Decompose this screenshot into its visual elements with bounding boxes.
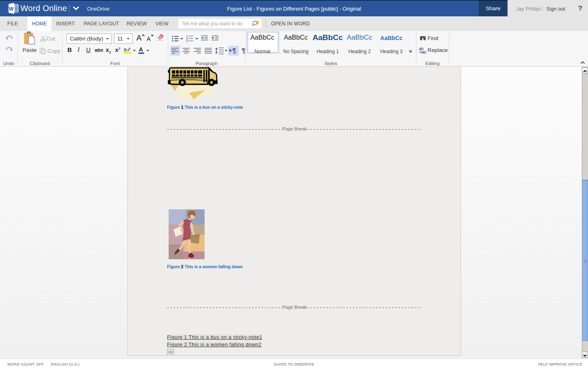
svg-text:¶: ¶ [232,47,236,54]
svg-text:W: W [9,6,14,12]
svg-text:¶: ¶ [242,47,245,54]
svg-text:ac: ac [422,50,427,54]
svg-text:a: a [124,47,127,52]
svg-text:3: 3 [186,40,188,42]
